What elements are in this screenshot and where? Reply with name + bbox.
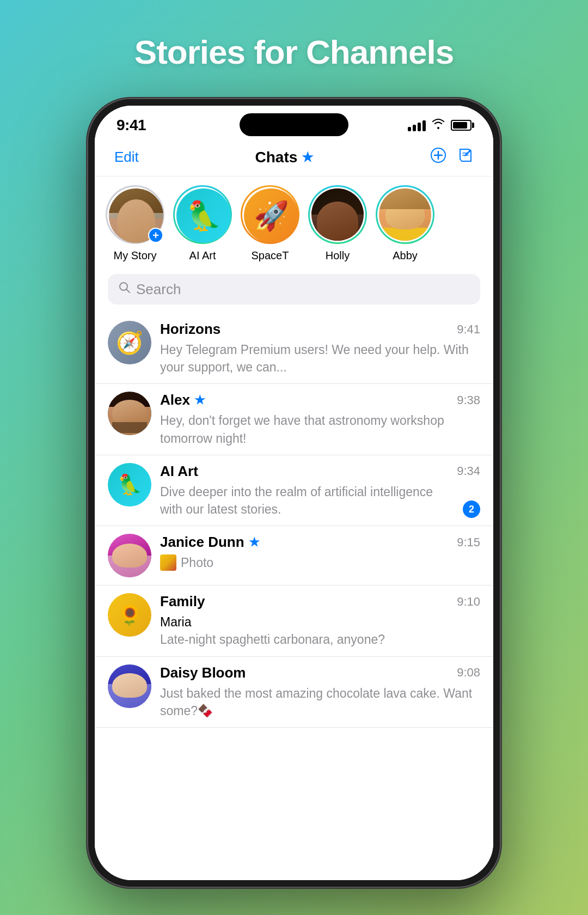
janice-avatar: [108, 534, 151, 577]
nav-bar: Edit Chats ★: [95, 138, 493, 176]
signal-bar-1: [408, 127, 411, 131]
search-bar-section: Search: [95, 271, 493, 313]
spacet-ring: 🚀: [241, 185, 299, 244]
nav-star-icon: ★: [302, 150, 314, 165]
add-story-badge[interactable]: +: [148, 228, 163, 243]
signal-bar-2: [413, 125, 416, 131]
my-story-label: My Story: [114, 249, 157, 262]
janice-star-icon: ★: [249, 535, 260, 550]
janice-content: Janice Dunn ★ 9:15 Photo: [160, 534, 480, 571]
abby-avatar: [379, 188, 431, 241]
chat-item-alex[interactable]: Alex ★ 9:38 Hey, don't forget we have th…: [95, 384, 493, 455]
ai-art-list-avatar: 🦜: [108, 463, 151, 507]
ai-art-time: 9:34: [457, 464, 480, 478]
abby-ring: [376, 185, 434, 244]
dynamic-island: [240, 113, 348, 136]
ai-art-avatar-wrap: 🦜: [173, 185, 232, 244]
edit-button[interactable]: Edit: [114, 149, 139, 166]
stories-row: + My Story 🦜 AI Art: [95, 176, 493, 271]
battery-fill: [453, 122, 467, 129]
story-item-ai-art[interactable]: 🦜 AI Art: [173, 185, 232, 262]
story-item-spacet[interactable]: 🚀 SpaceT: [241, 185, 299, 262]
chat-item-horizons[interactable]: 🧭 Horizons 9:41 Hey Telegram Premium use…: [95, 313, 493, 384]
story-item-holly[interactable]: Holly: [308, 185, 367, 262]
spacet-avatar-wrap: 🚀: [241, 185, 299, 244]
family-avatar: 🌻: [108, 593, 151, 637]
spacet-story-label: SpaceT: [252, 249, 289, 262]
phone-screen: 9:41: [95, 106, 493, 880]
daisy-preview: Just baked the most amazing chocolate la…: [160, 685, 480, 719]
add-story-button[interactable]: [430, 147, 446, 167]
svg-line-6: [126, 289, 130, 292]
spacet-avatar: 🚀: [244, 188, 298, 243]
alex-face: [108, 392, 151, 435]
janice-face: [108, 534, 151, 577]
search-placeholder: Search: [136, 281, 181, 298]
abby-story-label: Abby: [393, 249, 418, 262]
daisy-avatar: [108, 664, 151, 708]
janice-preview: Photo: [160, 554, 480, 571]
hero-title: Stories for Channels: [0, 33, 588, 71]
nav-actions: [430, 147, 474, 167]
ai-art-list-name: AI Art: [160, 463, 198, 480]
family-header: Family 9:10: [160, 593, 480, 610]
status-bar: 9:41: [95, 106, 493, 138]
chat-item-family[interactable]: 🌻 Family 9:10 Maria Late-night spaghetti…: [95, 585, 493, 656]
alex-header: Alex ★ 9:38: [160, 392, 480, 408]
holly-avatar-wrap: [308, 185, 367, 244]
chat-item-ai-art[interactable]: 🦜 AI Art 9:34 Dive deeper into the realm…: [95, 455, 493, 526]
holly-ring: [308, 185, 367, 244]
screen-content: Edit Chats ★: [95, 138, 493, 880]
search-bar[interactable]: Search: [108, 274, 480, 304]
signal-bar-4: [422, 120, 426, 131]
story-item-my-story[interactable]: + My Story: [106, 185, 164, 262]
family-content: Family 9:10 Maria Late-night spaghetti c…: [160, 593, 480, 648]
ai-art-unread-badge: 2: [463, 501, 480, 518]
ai-art-preview: Dive deeper into the realm of artificial…: [160, 483, 457, 518]
horizons-content: Horizons 9:41 Hey Telegram Premium users…: [160, 321, 480, 376]
family-preview: Maria Late-night spaghetti carbonara, an…: [160, 613, 480, 648]
alex-name: Alex ★: [160, 392, 205, 408]
alex-time: 9:38: [457, 393, 480, 407]
janice-header: Janice Dunn ★ 9:15: [160, 534, 480, 551]
story-item-abby[interactable]: Abby: [376, 185, 434, 262]
compose-button[interactable]: [457, 147, 474, 167]
horizons-preview: Hey Telegram Premium users! We need your…: [160, 341, 480, 376]
chat-item-janice[interactable]: Janice Dunn ★ 9:15 Photo: [95, 526, 493, 585]
ai-art-header: AI Art 9:34: [160, 463, 480, 480]
wifi-icon: [431, 118, 445, 132]
abby-avatar-wrap: [376, 185, 434, 244]
holly-avatar: [311, 188, 364, 241]
alex-star-icon: ★: [194, 393, 205, 407]
status-icons: [408, 118, 471, 132]
alex-content: Alex ★ 9:38 Hey, don't forget we have th…: [160, 392, 480, 447]
status-time: 9:41: [117, 117, 146, 134]
nav-title: Chats ★: [255, 149, 314, 166]
battery-icon: [451, 120, 471, 131]
horizons-name: Horizons: [160, 321, 220, 338]
chat-list: 🧭 Horizons 9:41 Hey Telegram Premium use…: [95, 313, 493, 880]
photo-thumbnail: [160, 554, 176, 571]
holly-story-label: Holly: [326, 249, 350, 262]
daisy-face: [108, 664, 151, 708]
ai-art-avatar: 🦜: [176, 188, 231, 243]
horizons-header: Horizons 9:41: [160, 321, 480, 338]
ai-art-content: AI Art 9:34 Dive deeper into the realm o…: [160, 463, 480, 518]
alex-avatar: [108, 392, 151, 435]
family-name: Family: [160, 593, 205, 610]
janice-time: 9:15: [457, 535, 480, 550]
chat-item-daisy[interactable]: Daisy Bloom 9:08 Just baked the most ama…: [95, 657, 493, 728]
daisy-name: Daisy Bloom: [160, 664, 246, 681]
daisy-time: 9:08: [457, 666, 480, 680]
ai-art-story-label: AI Art: [189, 249, 216, 262]
family-time: 9:10: [457, 595, 480, 609]
signal-bars-icon: [408, 119, 426, 131]
search-icon: [119, 282, 131, 297]
signal-bar-3: [418, 123, 421, 131]
my-story-avatar-wrap: +: [106, 185, 164, 244]
horizons-avatar: 🧭: [108, 321, 151, 364]
horizons-time: 9:41: [457, 322, 480, 337]
phone-frame: 9:41: [87, 98, 501, 888]
ai-art-ring: 🦜: [173, 185, 232, 244]
janice-name: Janice Dunn ★: [160, 534, 260, 551]
